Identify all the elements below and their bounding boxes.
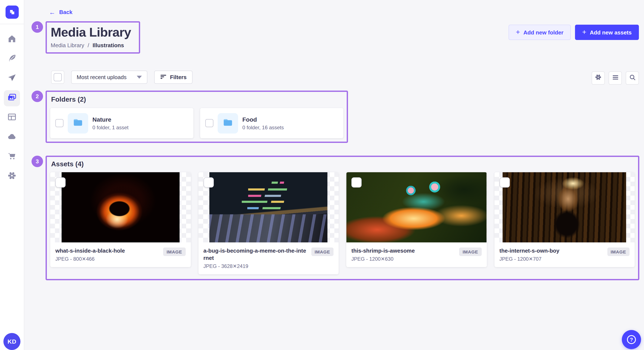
sidebar-item-content-manager[interactable]: [4, 51, 20, 67]
add-new-assets-label: Add new assets: [590, 29, 632, 35]
folder-name: Nature: [92, 116, 128, 123]
help-icon: ?: [627, 335, 636, 344]
sidebar-item-cloud[interactable]: [4, 129, 20, 146]
add-new-folder-button[interactable]: + Add new folder: [508, 25, 571, 40]
search-button[interactable]: [626, 71, 639, 85]
asset-thumbnail: [494, 172, 635, 242]
asset-checkbox[interactable]: [500, 177, 510, 187]
gear-icon: [7, 171, 16, 182]
sidebar-item-content-type-builder[interactable]: [4, 110, 20, 126]
asset-card-shrimp[interactable]: this-shrimp-is-awesome JPEG - 1200✕630 I…: [346, 172, 486, 267]
asset-checkbox[interactable]: [204, 177, 214, 187]
asset-type-badge: IMAGE: [311, 247, 334, 256]
sidebar-item-settings[interactable]: [4, 169, 20, 184]
breadcrumb: Media Library / Illustrations: [51, 42, 135, 48]
asset-type-badge: IMAGE: [459, 247, 482, 256]
strapi-logo-icon[interactable]: [5, 5, 18, 18]
back-arrow-icon: ←: [49, 8, 55, 16]
folders-annotation-box: Folders (2) Nature 0 folder, 1 asset Foo…: [46, 91, 348, 143]
add-new-assets-button[interactable]: + Add new assets: [575, 25, 639, 40]
filters-button[interactable]: Filters: [154, 71, 192, 84]
asset-footer: the-internet-s-own-boy JPEG - 1200✕707 I…: [494, 242, 635, 267]
back-link[interactable]: ← Back: [49, 8, 72, 16]
list-view-button[interactable]: [609, 71, 622, 85]
sidebar: KD: [0, 0, 24, 350]
sidebar-item-marketplace[interactable]: [4, 149, 20, 165]
gear-icon: [594, 74, 602, 82]
filters-label: Filters: [170, 74, 186, 80]
folder-card-nature[interactable]: Nature 0 folder, 1 asset: [50, 108, 193, 138]
asset-grid: what-s-inside-a-black-hole JPEG - 800✕46…: [50, 172, 635, 274]
sidebar-item-media-library[interactable]: [4, 90, 20, 106]
home-icon: [7, 34, 16, 45]
asset-checkbox[interactable]: [55, 177, 66, 187]
folders-heading: Folders (2): [51, 96, 343, 103]
mantis-shrimp-image: [346, 172, 486, 242]
title-annotation-box: Media Library Media Library / Illustrati…: [46, 21, 140, 54]
asset-meta: JPEG - 800✕466: [55, 256, 160, 262]
asset-name: the-internet-s-own-boy: [500, 247, 604, 255]
select-all-wrap: [51, 71, 64, 84]
black-hole-image: [62, 172, 180, 242]
folder-tile: [218, 113, 238, 133]
folder-texts: Nature 0 folder, 1 asset: [92, 116, 128, 130]
breadcrumb-parent[interactable]: Media Library: [51, 42, 84, 48]
back-label: Back: [59, 9, 72, 15]
folder-tile: [68, 113, 88, 133]
annotation-step-2: 2: [32, 91, 43, 102]
asset-card-bug-meme[interactable]: a-bug-is-becoming-a-meme-on-the-internet…: [198, 172, 338, 274]
asset-meta: JPEG - 3628✕2419: [204, 263, 308, 269]
cloud-icon: [7, 132, 16, 143]
help-button[interactable]: ?: [622, 330, 641, 349]
filter-icon: [160, 73, 166, 81]
plus-icon: +: [516, 28, 520, 36]
folder-name: Food: [242, 116, 284, 123]
asset-type-badge: IMAGE: [163, 247, 186, 256]
asset-card-black-hole[interactable]: what-s-inside-a-black-hole JPEG - 800✕46…: [50, 172, 190, 267]
select-all-checkbox[interactable]: [54, 73, 62, 81]
annotation-step-3: 3: [32, 156, 43, 167]
asset-thumbnail: [346, 172, 486, 242]
header-actions: + Add new folder + Add new assets: [508, 25, 639, 40]
breadcrumb-separator: /: [88, 42, 89, 48]
view-actions: [592, 71, 639, 85]
sort-select-value: Most recent uploads: [77, 74, 126, 80]
sort-select[interactable]: Most recent uploads: [71, 71, 147, 84]
toolbar: Most recent uploads Filters: [51, 71, 192, 84]
media-library-page: KD ← Back 1 Media Library Media Library …: [0, 0, 644, 350]
search-icon: [629, 74, 636, 82]
asset-card-internets-own-boy[interactable]: the-internet-s-own-boy JPEG - 1200✕707 I…: [494, 172, 635, 267]
annotation-step-1: 1: [32, 21, 43, 33]
breadcrumb-current: Illustrations: [93, 42, 124, 48]
logo-wrap: [0, 0, 24, 24]
plus-icon: +: [582, 28, 586, 36]
code-laptop-image: [210, 172, 328, 242]
sidebar-item-releases[interactable]: [4, 71, 20, 87]
folder-meta: 0 folder, 16 assets: [242, 124, 284, 130]
asset-thumbnail: [50, 172, 190, 242]
folder-row: Nature 0 folder, 1 asset Food 0 folder, …: [50, 108, 343, 138]
asset-name: what-s-inside-a-black-hole: [55, 247, 160, 255]
sidebar-item-home[interactable]: [4, 31, 20, 48]
folder-meta: 0 folder, 1 asset: [92, 124, 128, 130]
folder-checkbox[interactable]: [205, 119, 214, 127]
folder-icon: [72, 117, 84, 130]
user-avatar[interactable]: KD: [4, 333, 20, 350]
folder-texts: Food 0 folder, 16 assets: [242, 116, 284, 130]
asset-name: a-bug-is-becoming-a-meme-on-the-internet: [204, 247, 308, 262]
library-portrait-image: [503, 172, 626, 242]
asset-checkbox[interactable]: [352, 177, 362, 187]
list-icon: [612, 74, 619, 82]
folder-card-food[interactable]: Food 0 folder, 16 assets: [200, 108, 343, 138]
page-title: Media Library: [51, 25, 135, 40]
asset-name: this-shrimp-is-awesome: [352, 247, 456, 255]
asset-thumbnail: [198, 172, 338, 242]
assets-heading: Assets (4): [51, 160, 635, 168]
cart-icon: [7, 151, 16, 163]
paper-plane-icon: [7, 73, 16, 84]
folder-checkbox[interactable]: [55, 119, 64, 127]
asset-type-badge: IMAGE: [607, 247, 630, 256]
view-settings-button[interactable]: [592, 71, 605, 85]
asset-footer: this-shrimp-is-awesome JPEG - 1200✕630 I…: [346, 242, 486, 267]
layout-icon: [7, 112, 16, 123]
